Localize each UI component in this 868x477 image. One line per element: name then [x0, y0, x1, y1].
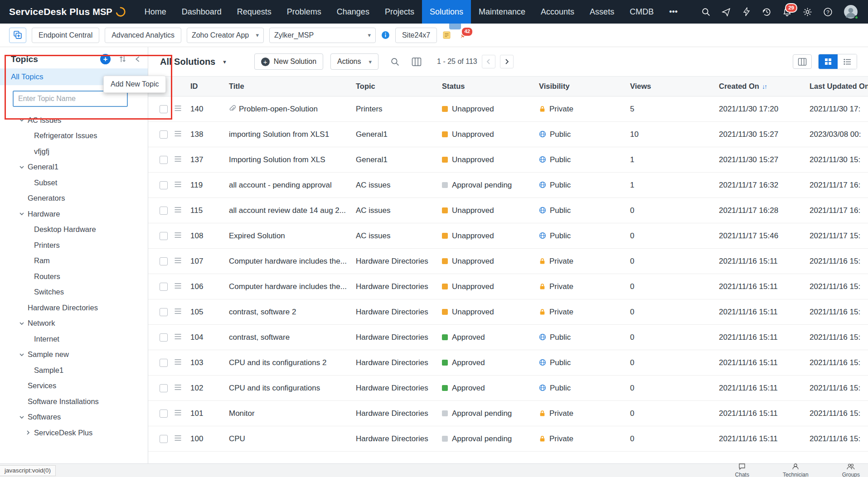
reorder-topics-icon[interactable] — [119, 55, 126, 63]
table-row[interactable]: 104contrast, softwareHardware Directorie… — [148, 325, 868, 350]
settings-gear-icon[interactable] — [803, 7, 812, 17]
advanced-analytics-button[interactable]: Advanced Analytics — [105, 28, 181, 43]
chevron-right-icon[interactable] — [25, 430, 34, 435]
row-checkbox[interactable] — [160, 105, 168, 113]
solution-title-link[interactable]: Monitor — [229, 409, 255, 418]
add-topic-button[interactable]: + — [100, 54, 111, 64]
col-header-id[interactable]: ID — [188, 77, 226, 96]
topic-tree-item[interactable]: Services — [0, 378, 148, 394]
dock-item-technician[interactable]: Technician — [783, 463, 809, 477]
topic-tree-item[interactable]: Switches — [0, 284, 148, 300]
info-icon[interactable] — [381, 31, 390, 39]
topic-tree-item[interactable]: Network — [0, 316, 148, 332]
solution-title-link[interactable]: Problem-open-Solution — [229, 105, 318, 113]
drag-handle-icon[interactable] — [174, 105, 182, 111]
search-icon[interactable] — [701, 7, 711, 17]
brand-logo[interactable]: ServiceDesk Plus MSP — [9, 6, 126, 17]
col-header-title[interactable]: Title — [226, 77, 353, 96]
nav-item-more[interactable]: ••• — [661, 0, 685, 24]
next-page-button[interactable] — [500, 55, 514, 68]
drag-handle-icon[interactable] — [174, 384, 182, 390]
nav-item-projects[interactable]: Projects — [377, 0, 422, 24]
solution-title-link[interactable]: Computer hardware includes the... — [229, 257, 347, 265]
sort-icon[interactable]: ↓↑ — [762, 83, 766, 90]
help-icon[interactable]: ? — [823, 7, 833, 17]
row-checkbox[interactable] — [160, 283, 168, 291]
topic-tree-item[interactable]: Generators — [0, 191, 148, 207]
announcement-pin-icon[interactable]: 42 — [459, 31, 468, 39]
drag-handle-icon[interactable] — [174, 308, 182, 314]
col-header-status[interactable]: Status — [439, 77, 536, 96]
column-chooser-button[interactable] — [793, 54, 812, 69]
chevron-down-icon[interactable] — [19, 414, 28, 420]
table-row[interactable]: 138importing Solution from XLS1General1U… — [148, 122, 868, 147]
table-row[interactable]: 103CPU and its configurations 2Hardware … — [148, 350, 868, 376]
chevron-down-icon[interactable] — [19, 164, 28, 170]
col-header-visibility[interactable]: Visibility — [536, 77, 627, 96]
paper-plane-icon[interactable] — [722, 7, 731, 17]
solution-title-link[interactable]: Computer hardware includes the... — [229, 282, 347, 291]
drag-handle-icon[interactable] — [174, 207, 182, 213]
topic-name-input[interactable] — [13, 91, 128, 107]
table-row[interactable]: 115all account review date 14 aug 2...AC… — [148, 198, 868, 223]
solution-title-link[interactable]: contrast, software — [229, 333, 290, 342]
drag-handle-icon[interactable] — [174, 181, 182, 188]
dock-item-groups[interactable]: Groups — [842, 463, 860, 477]
row-checkbox[interactable] — [160, 384, 168, 392]
chevron-down-icon[interactable] — [19, 321, 28, 326]
drag-handle-icon[interactable] — [174, 257, 182, 264]
drag-handle-icon[interactable] — [174, 232, 182, 238]
table-row[interactable]: 119all account - pending approvalAC issu… — [148, 173, 868, 198]
table-row[interactable]: 105contrast, software 2Hardware Director… — [148, 299, 868, 325]
topic-tree-item[interactable]: AC issues — [0, 112, 148, 128]
table-row[interactable]: 101MonitorHardware DirectoriesApproval p… — [148, 401, 868, 426]
nav-item-accounts[interactable]: Accounts — [533, 0, 582, 24]
zoho-creator-app-select[interactable]: Zoho Creator App ▾ — [187, 28, 264, 43]
drag-handle-icon[interactable] — [174, 156, 182, 162]
topic-tree-item[interactable]: Softwares — [0, 410, 148, 425]
notifications-bell-icon[interactable]: 29 — [782, 7, 792, 17]
release-notes-icon[interactable] — [442, 31, 451, 39]
row-checkbox[interactable] — [160, 232, 168, 240]
row-checkbox[interactable] — [160, 257, 168, 265]
solution-title-link[interactable]: all account - pending approval — [229, 181, 332, 189]
drag-handle-icon[interactable] — [174, 333, 182, 340]
row-checkbox[interactable] — [160, 435, 168, 443]
column-filter-icon[interactable] — [412, 58, 422, 66]
topic-tree-item[interactable]: Hardware Directories — [0, 300, 148, 316]
topic-tree-item[interactable]: Hardware — [0, 206, 148, 222]
topic-tree-item[interactable]: Ram — [0, 253, 148, 269]
apps-launcher-button[interactable] — [9, 28, 26, 43]
row-checkbox[interactable] — [160, 308, 168, 316]
solution-title-link[interactable]: contrast, software 2 — [229, 308, 296, 316]
col-header-views[interactable]: Views — [627, 77, 716, 96]
row-checkbox[interactable] — [160, 410, 168, 418]
topic-tree-item[interactable]: Sample new — [0, 347, 148, 363]
table-row[interactable]: 137Importing Solution from XLSGeneral1Un… — [148, 147, 868, 173]
topic-tree-item[interactable]: Subset — [0, 175, 148, 191]
list-view-button[interactable] — [838, 54, 857, 69]
col-header-last-updated[interactable]: Last Updated On — [807, 77, 868, 96]
table-row[interactable]: 106Computer hardware includes the...Hard… — [148, 274, 868, 299]
solution-title-link[interactable]: CPU — [229, 434, 245, 443]
drag-handle-icon[interactable] — [174, 435, 182, 441]
solution-title-link[interactable]: Importing Solution from XLS — [229, 155, 325, 164]
solution-title-link[interactable]: CPU and its configurations — [229, 384, 320, 392]
search-icon[interactable] — [390, 57, 400, 67]
solution-title-link[interactable]: CPU and its configurations 2 — [229, 358, 326, 367]
topic-tree-item[interactable]: General1 — [0, 159, 148, 175]
view-selector[interactable]: All Solutions ▾ — [160, 57, 226, 67]
nav-item-assets[interactable]: Assets — [582, 0, 622, 24]
row-checkbox[interactable] — [160, 333, 168, 342]
row-checkbox[interactable] — [160, 156, 168, 164]
quick-actions-icon[interactable] — [742, 7, 751, 16]
col-header-created-on[interactable]: Created On↓↑ — [716, 77, 807, 96]
topic-tree-item[interactable]: Sample1 — [0, 362, 148, 378]
topic-tree-item[interactable]: Desktop Hardware — [0, 222, 148, 238]
grid-view-button[interactable] — [819, 54, 838, 69]
topic-tree-item[interactable]: ServiceDesk Plus — [0, 425, 148, 441]
col-header-topic[interactable]: Topic — [353, 77, 439, 96]
row-checkbox[interactable] — [160, 181, 168, 189]
nav-item-dashboard[interactable]: Dashboard — [174, 0, 229, 24]
user-avatar[interactable] — [844, 5, 858, 19]
